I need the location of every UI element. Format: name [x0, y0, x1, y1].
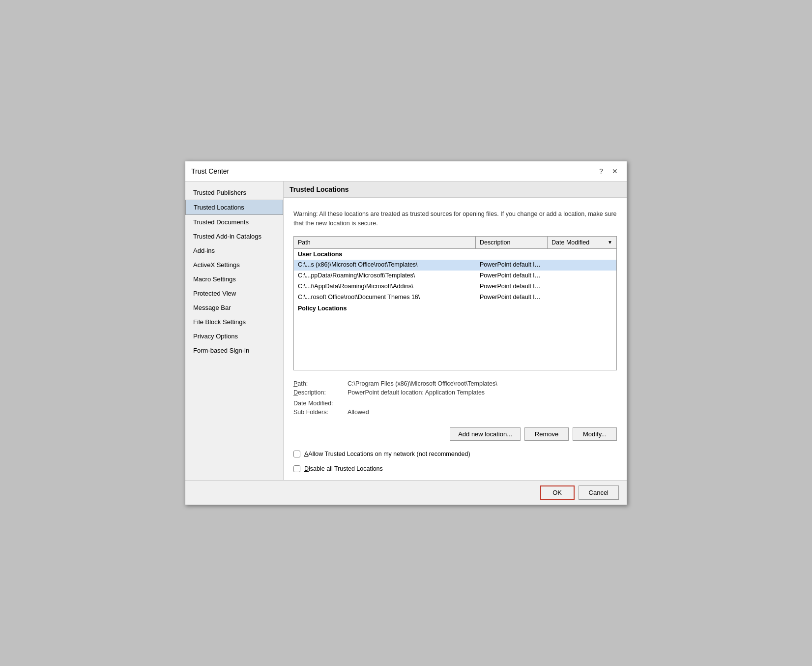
trust-center-dialog: Trust Center ? ✕ Trusted Publishers Trus… [185, 161, 627, 505]
sidebar-item-form-based-sign-in[interactable]: Form-based Sign-in [185, 343, 283, 358]
group-header-user-locations: User Locations [294, 249, 616, 260]
sidebar-item-trusted-addin-catalogs[interactable]: Trusted Add-in Catalogs [185, 229, 283, 243]
cell-description: PowerPoint default location: Addins [476, 281, 548, 292]
column-header-path[interactable]: Path [294, 237, 476, 248]
table-row[interactable]: C:\...ppData\Roaming\Microsoft\Templates… [294, 271, 616, 281]
cell-path: C:\...ppData\Roaming\Microsoft\Templates… [294, 271, 476, 281]
table-row[interactable]: C:\...t\AppData\Roaming\Microsoft\Addins… [294, 281, 616, 292]
column-header-description[interactable]: Description [476, 237, 548, 248]
sidebar-item-macro-settings[interactable]: Macro Settings [185, 272, 283, 286]
dialog-footer: OK Cancel [185, 480, 627, 505]
cell-path: C:\...rosoft Office\root\Document Themes… [294, 292, 476, 303]
sidebar-item-add-ins[interactable]: Add-ins [185, 243, 283, 258]
column-header-date-modified[interactable]: Date Modified ▼ [548, 237, 616, 248]
title-bar: Trust Center ? ✕ [185, 161, 627, 182]
help-button[interactable]: ? [595, 165, 607, 177]
cancel-button[interactable]: Cancel [579, 485, 619, 500]
dialog-title-area: Trust Center [191, 167, 229, 175]
locations-table: Path Description Date Modified ▼ User Lo… [293, 236, 617, 371]
cell-description: PowerPoint default location: Application… [476, 260, 548, 271]
allow-network-checkbox-row: AAllow Trusted Locations on my network (… [293, 451, 617, 457]
detail-description-row: Description: PowerPoint default location… [293, 389, 617, 396]
cell-date [548, 292, 616, 303]
sidebar-item-trusted-publishers[interactable]: Trusted Publishers [185, 185, 283, 200]
cell-date [548, 260, 616, 271]
detail-date-value [348, 400, 617, 407]
cell-path: C:\...s (x86)\Microsoft Office\root\Temp… [294, 260, 476, 271]
cell-description: PowerPoint default location: Templates [476, 271, 548, 281]
detail-description-value: PowerPoint default location: Application… [348, 389, 617, 396]
warning-text: Warning: All these locations are treated… [293, 208, 617, 230]
cell-date [548, 271, 616, 281]
sidebar: Trusted Publishers Trusted Locations Tru… [185, 182, 284, 480]
sidebar-item-privacy-options[interactable]: Privacy Options [185, 329, 283, 343]
section-header: Trusted Locations [284, 182, 627, 198]
disable-all-checkbox[interactable] [293, 465, 300, 472]
main-content: Trusted Locations Warning: All these loc… [284, 182, 627, 480]
allow-network-label[interactable]: AAllow Trusted Locations on my network (… [304, 451, 470, 457]
allow-network-checkbox[interactable] [293, 451, 300, 457]
detail-subfolders-value: Allowed [348, 409, 617, 416]
detail-subfolders-label: Sub Folders: [293, 409, 348, 416]
close-button[interactable]: ✕ [609, 165, 621, 177]
table-header: Path Description Date Modified ▼ [294, 237, 616, 249]
dialog-title: Trust Center [191, 167, 229, 175]
cell-description: PowerPoint default location: Application… [476, 292, 548, 303]
sidebar-item-file-block-settings[interactable]: File Block Settings [185, 315, 283, 329]
sidebar-item-trusted-locations[interactable]: Trusted Locations [185, 200, 283, 215]
dialog-body: Trusted Publishers Trusted Locations Tru… [185, 182, 627, 480]
detail-subfolders-row: Sub Folders: Allowed [293, 409, 617, 416]
title-bar-buttons: ? ✕ [595, 165, 621, 177]
detail-path-label: Path: [293, 380, 348, 387]
add-new-location-button[interactable]: Add new location... [450, 427, 521, 441]
detail-path-value: C:\Program Files (x86)\Microsoft Office\… [348, 380, 617, 387]
detail-date-row: Date Modified: [293, 400, 617, 407]
cell-path: C:\...t\AppData\Roaming\Microsoft\Addins… [294, 281, 476, 292]
detail-date-label: Date Modified: [293, 400, 348, 407]
table-row[interactable]: C:\...rosoft Office\root\Document Themes… [294, 292, 616, 303]
sidebar-item-activex-settings[interactable]: ActiveX Settings [185, 258, 283, 272]
action-buttons: Add new location... Remove Modify... [293, 425, 617, 443]
cell-date [548, 281, 616, 292]
remove-button[interactable]: Remove [524, 427, 569, 441]
sidebar-item-message-bar[interactable]: Message Bar [185, 301, 283, 315]
detail-section: Path: C:\Program Files (x86)\Microsoft O… [293, 376, 617, 420]
modify-button[interactable]: Modify... [573, 427, 617, 441]
group-header-policy-locations: Policy Locations [294, 303, 616, 314]
sort-arrow-icon: ▼ [608, 240, 612, 245]
sidebar-item-protected-view[interactable]: Protected View [185, 286, 283, 301]
sidebar-item-trusted-documents[interactable]: Trusted Documents [185, 215, 283, 229]
ok-button[interactable]: OK [540, 485, 575, 500]
detail-path-row: Path: C:\Program Files (x86)\Microsoft O… [293, 380, 617, 387]
detail-description-label: Description: [293, 389, 348, 396]
disable-all-label[interactable]: Disable all Trusted Locations [304, 465, 383, 472]
table-body: User Locations C:\...s (x86)\Microsoft O… [294, 249, 616, 370]
table-row[interactable]: C:\...s (x86)\Microsoft Office\root\Temp… [294, 260, 616, 271]
disable-all-checkbox-row: Disable all Trusted Locations [293, 465, 617, 472]
